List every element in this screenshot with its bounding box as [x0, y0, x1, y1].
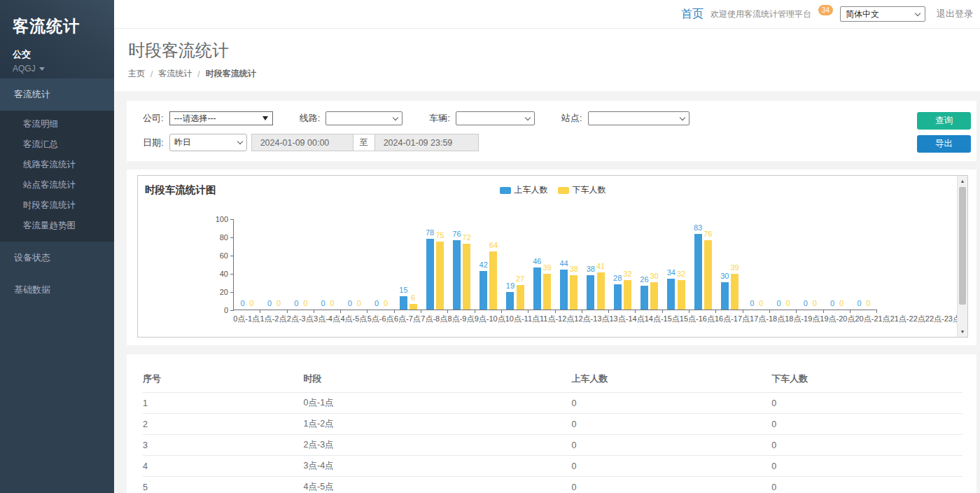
filter-row-2: 日期: 昨日 2024-01-09 00:00 至 2024-01-09 23:…	[143, 134, 962, 151]
x-axis-label: 4点-5点	[340, 314, 367, 324]
x-axis-label: 5点-6点	[367, 314, 393, 324]
bar-value-label: 64	[489, 242, 498, 249]
vehicle-select[interactable]	[456, 111, 535, 125]
home-link[interactable]: 首页	[681, 7, 704, 22]
user-name: AQGJ	[13, 64, 36, 74]
bar-group-14点-15点: 2832	[609, 219, 636, 310]
table-cell: 3点-4点	[304, 456, 572, 477]
bar-group-12点-13点: 4438	[556, 219, 582, 310]
bar-group-4点-5点: 00	[341, 219, 368, 310]
breadcrumb-item-0[interactable]: 主页	[128, 68, 145, 80]
legend-item-下车人数[interactable]: 下车人数	[558, 184, 606, 196]
x-axis-label: 16点-17点	[715, 314, 750, 324]
line-select[interactable]	[326, 111, 402, 125]
line-label: 线路:	[300, 112, 321, 125]
bar-column: 15	[399, 286, 407, 310]
sidebar-section-0: 客流统计客流明细客流汇总线路客流统计站点客流统计时段客流统计客流量趋势图	[0, 78, 114, 242]
bar-column: 0	[838, 300, 846, 310]
bar-column: 0	[346, 300, 354, 310]
bar-group-17点-18点: 8376	[690, 219, 716, 310]
bar-下车人数	[463, 244, 470, 310]
bar-group-3点-4点: 00	[314, 219, 341, 310]
company-select[interactable]: ---请选择---	[169, 111, 273, 125]
sidebar: 客流统计 公交 AQGJ 客流统计客流明细客流汇总线路客流统计站点客流统计时段客…	[0, 0, 114, 493]
bar-column: 0	[382, 300, 390, 310]
welcome-text: 欢迎使用客流统计管理平台	[710, 8, 811, 20]
x-axis-label: 21点-22点	[890, 314, 925, 324]
sidebar-subitem-站点客流统计[interactable]: 站点客流统计	[0, 175, 114, 195]
bar-column: 0	[328, 300, 336, 310]
chart-legend: 上车人数下车人数	[500, 184, 606, 196]
bar-column: 0	[355, 300, 363, 310]
user-dropdown[interactable]: AQGJ	[13, 64, 102, 74]
station-select[interactable]	[588, 111, 690, 125]
bar-下车人数	[543, 274, 551, 310]
bar-value-label: 0	[276, 300, 281, 307]
x-axis-label: 20点-21点	[855, 314, 890, 324]
scroll-down-arrow-icon[interactable]: ▼	[958, 326, 967, 337]
language-select[interactable]: 简体中文	[840, 6, 925, 22]
table-cell: 0	[771, 477, 962, 493]
bar-value-label: 0	[813, 300, 817, 307]
bar-下车人数	[489, 251, 497, 310]
bar-value-label: 27	[516, 275, 524, 283]
bar-value-label: 72	[463, 234, 471, 242]
scroll-up-arrow-icon[interactable]: ▲	[958, 176, 967, 186]
bar-group-11点-12点: 4639	[528, 219, 555, 310]
sidebar-subitem-线路客流统计[interactable]: 线路客流统计	[0, 155, 114, 175]
table-row: 10点-1点00	[143, 393, 962, 414]
export-button[interactable]: 导出	[917, 135, 971, 153]
scrollbar-thumb[interactable]	[959, 187, 966, 305]
bar-下车人数	[517, 285, 524, 310]
sidebar-menu: 客流统计客流明细客流汇总线路客流统计站点客流统计时段客流统计客流量趋势图设备状态…	[0, 78, 114, 306]
company-label: 公司:	[143, 112, 164, 125]
bar-上车人数	[694, 234, 702, 310]
bar-value-label: 39	[542, 264, 551, 272]
date-start-input[interactable]: 2024-01-09 00:00	[251, 134, 354, 151]
sidebar-item-设备状态[interactable]: 设备状态	[0, 242, 114, 274]
x-axis-label: 15点-16点	[680, 314, 715, 324]
bar-value-label: 30	[650, 272, 659, 280]
breadcrumb-item-1[interactable]: 客流统计	[158, 68, 192, 80]
x-axis-label: 8点-9点	[447, 314, 474, 324]
chevron-down-icon	[393, 114, 398, 120]
bar-column: 39	[542, 264, 551, 310]
table-row: 43点-4点00	[143, 456, 962, 477]
logout-link[interactable]: 退出登录	[937, 8, 973, 20]
bar-column: 39	[730, 264, 738, 310]
bar-value-label: 0	[384, 300, 388, 307]
bar-下车人数	[624, 280, 631, 310]
sidebar-subitem-客流量趋势图[interactable]: 客流量趋势图	[0, 216, 114, 236]
sidebar-subitem-客流明细[interactable]: 客流明细	[0, 114, 114, 134]
sidebar-subitem-时段客流统计[interactable]: 时段客流统计	[0, 195, 114, 216]
page-title: 时段客流统计	[128, 39, 980, 62]
table-header-row: 序号时段上车人数下车人数	[143, 367, 962, 393]
bar-group-6点-7点: 156	[395, 219, 421, 310]
sidebar-item-客流统计[interactable]: 客流统计	[0, 78, 114, 111]
bar-value-label: 76	[452, 230, 461, 238]
bar-group-5点-6点: 00	[368, 219, 394, 310]
bar-value-label: 78	[426, 229, 434, 237]
bar-column: 38	[570, 265, 578, 310]
legend-item-上车人数[interactable]: 上车人数	[500, 184, 548, 196]
sidebar-subitem-客流汇总[interactable]: 客流汇总	[0, 134, 114, 155]
sidebar-item-基础数据[interactable]: 基础数据	[0, 274, 114, 306]
bar-value-label: 38	[570, 265, 578, 273]
bar-column: 32	[623, 270, 631, 310]
breadcrumb: 主页/客流统计/时段客流统计	[128, 68, 980, 80]
bar-group-10点-11点: 1927	[502, 219, 528, 310]
bar-column: 83	[694, 224, 702, 310]
sidebar-submenu: 客流明细客流汇总线路客流统计站点客流统计时段客流统计客流量趋势图	[0, 111, 114, 242]
query-button[interactable]: 查询	[917, 112, 971, 130]
company-filter: 公司: ---请选择---	[143, 111, 273, 125]
date-preset-select[interactable]: 昨日	[169, 134, 247, 151]
bar-column: 30	[720, 272, 729, 310]
bar-value-label: 0	[830, 300, 834, 307]
vehicle-label: 车辆:	[429, 112, 450, 125]
bar-column: 0	[855, 300, 863, 310]
bar-column: 0	[319, 300, 327, 310]
date-end-input[interactable]: 2024-01-09 23:59	[374, 134, 479, 151]
table-panel: 序号时段上车人数下车人数 10点-1点0021点-2点0032点-3点0043点…	[127, 354, 976, 493]
table-header-序号: 序号	[143, 367, 304, 393]
y-tick-label: 80	[203, 233, 228, 242]
